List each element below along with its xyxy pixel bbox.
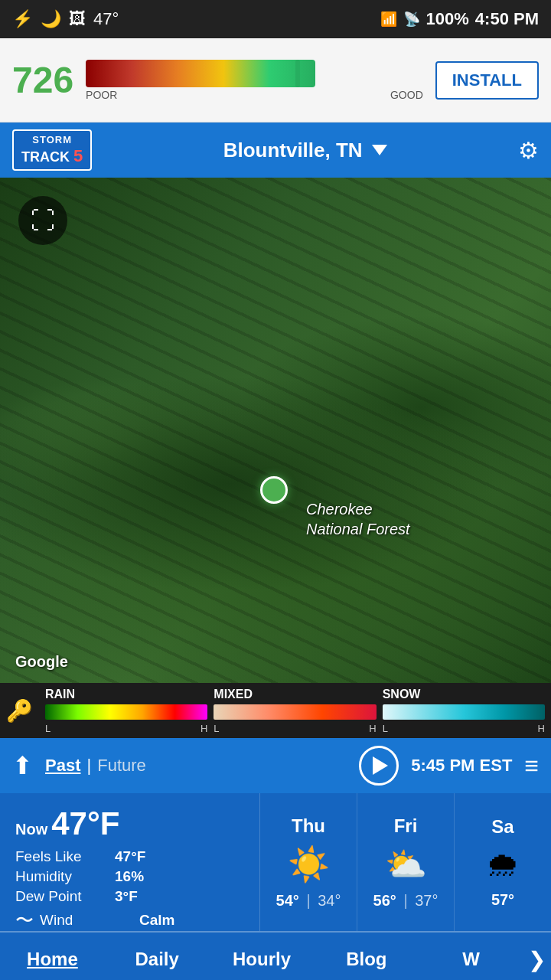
google-attribution: Google: [15, 653, 68, 671]
photo-icon: 🖼: [69, 9, 86, 29]
humidity-row: Humidity 16%: [15, 868, 244, 885]
snow-label: SNOW: [383, 688, 545, 701]
fri-temp-separator: |: [403, 892, 407, 909]
location-pin: [260, 476, 288, 504]
wind-value: Calm: [139, 912, 174, 929]
radar-legend: 🔑 RAIN L H MIXED L H SNOW L H: [0, 683, 551, 738]
expand-icon: ⛶: [31, 207, 55, 235]
play-icon: [373, 756, 388, 775]
key-icon: 🔑: [6, 698, 33, 724]
ad-gradient-bar: [86, 60, 315, 87]
fri-low: 37°: [415, 892, 438, 909]
forecast-fri[interactable]: Fri ⛅ 56° | 37°: [357, 793, 455, 931]
dew-point-label: Dew Point: [15, 888, 115, 905]
map-place-label: Cherokee National Forest: [306, 499, 410, 539]
ad-banner: 726 POOR GOOD INSTALL: [0, 38, 551, 122]
legend-rain: RAIN L H: [45, 688, 207, 734]
nav-blog[interactable]: Blog: [314, 933, 419, 980]
legend-mixed: MIXED L H: [214, 688, 376, 734]
humidity-value: 16%: [115, 868, 144, 885]
past-future-controls: Past | Future: [45, 756, 347, 776]
fri-high: 56°: [373, 892, 396, 909]
ad-good-label: GOOD: [390, 89, 423, 101]
wind-icon: 〜: [15, 908, 34, 933]
weather-info: Now 47°F Feels Like 47°F Humidity 16% De…: [0, 793, 551, 931]
rain-high-label: H: [201, 723, 207, 734]
snow-low-label: L: [383, 723, 388, 734]
sat-day-name: Sa: [491, 816, 514, 838]
status-right-icons: 📶 📡 100% 4:50 PM: [380, 9, 539, 29]
controls-bar: ⬆ Past | Future 5:45 PM EST ≡: [0, 738, 551, 793]
feels-like-row: Feels Like 47°F: [15, 848, 244, 865]
layers-icon[interactable]: ≡: [524, 752, 539, 780]
dew-point-value: 3°F: [115, 888, 138, 905]
status-left-icons: ⚡ 🌙 🖼 47°: [12, 9, 119, 29]
mixed-bar: [214, 704, 376, 720]
mixed-label: MIXED: [214, 688, 376, 701]
rain-label: RAIN: [45, 688, 207, 701]
past-button[interactable]: Past: [45, 756, 80, 776]
mixed-low-label: L: [214, 723, 219, 734]
play-button[interactable]: [359, 746, 399, 786]
humidity-label: Humidity: [15, 868, 115, 885]
fri-weather-icon: ⛅: [385, 844, 427, 884]
snow-bar: [383, 704, 545, 720]
time-label: 5:45 PM EST: [411, 756, 512, 776]
wifi-icon: 📶: [380, 11, 397, 28]
battery-pct: 100%: [426, 9, 469, 29]
nav-chevron-icon[interactable]: ❯: [523, 932, 551, 980]
snow-high-label: H: [538, 723, 545, 734]
now-label: Now: [15, 821, 47, 838]
legend-snow: SNOW L H: [383, 688, 545, 734]
usb-icon: ⚡: [12, 9, 33, 29]
thu-low: 34°: [318, 892, 341, 909]
signal-icon: 📡: [403, 11, 420, 28]
future-button[interactable]: Future: [97, 756, 146, 776]
rain-bar: [45, 704, 207, 720]
nav-hourly[interactable]: Hourly: [210, 933, 315, 980]
current-temp: 47°F: [51, 805, 119, 841]
settings-icon[interactable]: ⚙: [518, 137, 539, 164]
forecast-thu[interactable]: Thu ☀️ 54° | 34°: [260, 793, 357, 931]
fri-temps: 56° | 37°: [373, 892, 439, 910]
logo-storm: STORM: [21, 134, 83, 146]
thu-high: 54°: [276, 892, 299, 909]
map-area[interactable]: ⛶ Cherokee National Forest Google: [0, 178, 551, 683]
weather-details: Feels Like 47°F Humidity 16% Dew Point 3…: [15, 848, 244, 933]
ad-number: 726: [12, 59, 73, 101]
status-bar: ⚡ 🌙 🖼 47° 📶 📡 100% 4:50 PM: [0, 0, 551, 38]
app-logo: STORM TRACK 5: [12, 129, 92, 171]
feels-like-value: 47°F: [115, 848, 145, 865]
now-temperature: Now 47°F: [15, 805, 244, 842]
dew-point-row: Dew Point 3°F: [15, 888, 244, 905]
wind-label: Wind: [40, 912, 139, 929]
moon-icon: 🌙: [41, 9, 61, 29]
ad-poor-label: POOR: [86, 89, 117, 101]
time-display: 4:50 PM: [475, 9, 539, 29]
share-icon[interactable]: ⬆: [12, 751, 33, 780]
thu-temp-separator: |: [306, 892, 310, 909]
feels-like-label: Feels Like: [15, 848, 115, 865]
logo-track: TRACK 5: [21, 146, 83, 166]
dropdown-arrow-icon: [372, 145, 387, 155]
rain-low-label: L: [45, 723, 51, 734]
thu-day-name: Thu: [292, 815, 325, 837]
bottom-nav: Home Daily Hourly Blog W ❯: [0, 931, 551, 980]
expand-map-button[interactable]: ⛶: [18, 196, 67, 245]
forecast-sat[interactable]: Sa 🌧 57°: [455, 793, 551, 931]
forecast-area: Thu ☀️ 54° | 34° Fri ⛅ 56° | 37° Sa 🌧 57…: [260, 793, 551, 931]
location-selector[interactable]: Blountville, TN: [223, 139, 387, 162]
mixed-high-label: H: [369, 723, 376, 734]
nav-more[interactable]: W: [419, 933, 523, 980]
location-text: Blountville, TN: [223, 139, 363, 162]
thu-weather-icon: ☀️: [288, 844, 330, 884]
install-button[interactable]: INSTALL: [435, 61, 539, 100]
map-terrain: [0, 178, 551, 683]
nav-home[interactable]: Home: [0, 933, 105, 980]
battery-temp: 47°: [93, 9, 119, 29]
divider: |: [86, 756, 91, 776]
sat-weather-icon: 🌧: [486, 845, 520, 884]
app-header: STORM TRACK 5 Blountville, TN ⚙: [0, 122, 551, 178]
current-weather-panel: Now 47°F Feels Like 47°F Humidity 16% De…: [0, 793, 260, 931]
nav-daily[interactable]: Daily: [105, 933, 210, 980]
